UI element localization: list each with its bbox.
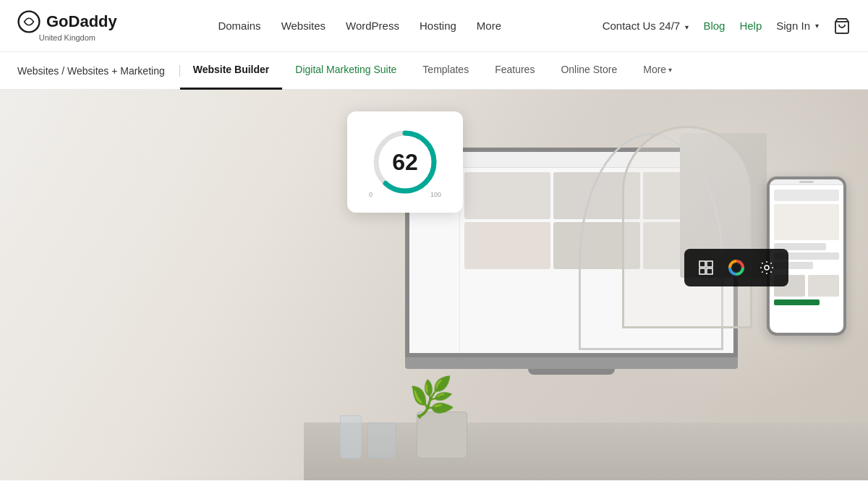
contact-link[interactable]: Contact Us 24/7 ▾: [603, 20, 689, 32]
svg-point-10: [765, 265, 769, 270]
settings-tool-button[interactable]: [754, 255, 780, 281]
score-max: 100: [430, 191, 441, 198]
score-circle: 62 0 100: [369, 126, 441, 198]
arch-frame-decoration: [622, 126, 752, 328]
laptop-base: [405, 357, 738, 369]
main-nav-links: Domains Websites WordPress Hosting More: [218, 20, 501, 32]
nav-link-wordpress[interactable]: WordPress: [346, 20, 399, 32]
score-value: 62: [392, 149, 418, 176]
score-min: 0: [369, 191, 373, 198]
sub-nav-dms[interactable]: Digital Marketing Suite: [282, 52, 409, 90]
signin-chevron: ▾: [815, 22, 819, 30]
sub-navigation: Websites / Websites + Marketing Website …: [0, 52, 868, 90]
region-label: United Kingdom: [39, 33, 95, 42]
sub-nav-website-builder[interactable]: Website Builder: [180, 52, 283, 90]
svg-rect-7: [707, 268, 712, 274]
right-nav-links: Contact Us 24/7 ▾ Blog Help Sign In ▾: [603, 17, 851, 35]
contact-chevron: ▾: [685, 23, 689, 31]
hero-section: GoDaddy Website Builder A brilliant webs…: [0, 90, 868, 480]
brand-name: GoDaddy: [46, 12, 117, 31]
sub-nav-links: Website Builder Digital Marketing Suite …: [180, 52, 685, 90]
godaddy-logo-icon: [17, 10, 41, 33]
nav-link-websites[interactable]: Websites: [281, 20, 326, 32]
gear-icon: [759, 260, 775, 276]
sub-nav-more[interactable]: More ▾: [630, 52, 685, 90]
grid-icon: [698, 260, 714, 276]
svg-point-0: [19, 11, 40, 32]
tools-bar: [684, 249, 788, 286]
svg-rect-4: [699, 261, 705, 267]
blog-link[interactable]: Blog: [703, 20, 725, 32]
cart-icon[interactable]: [833, 17, 851, 35]
sub-nav-templates[interactable]: Templates: [409, 52, 482, 90]
layout-tool-button[interactable]: [693, 255, 719, 281]
sub-nav-online-store[interactable]: Online Store: [548, 52, 630, 90]
plant-decoration: 🌿: [340, 412, 467, 459]
svg-rect-5: [707, 261, 712, 267]
help-link[interactable]: Help: [739, 20, 762, 32]
svg-point-9: [733, 265, 739, 271]
svg-rect-6: [699, 268, 705, 274]
sub-nav-features[interactable]: Features: [482, 52, 548, 90]
breadcrumb: Websites / Websites + Marketing: [17, 65, 180, 77]
logo-area[interactable]: GoDaddy United Kingdom: [17, 10, 117, 42]
top-navigation: GoDaddy United Kingdom Domains Websites …: [0, 0, 868, 52]
colors-tool-button[interactable]: [723, 255, 749, 281]
score-widget: 62 0 100: [347, 111, 463, 213]
nav-link-more[interactable]: More: [477, 20, 501, 32]
nav-link-domains[interactable]: Domains: [218, 20, 260, 32]
hero-right-visual: 62 0 100 f ◎: [304, 90, 868, 480]
color-wheel-icon: [728, 260, 744, 276]
signin-button[interactable]: Sign In ▾: [776, 20, 819, 32]
nav-link-hosting[interactable]: Hosting: [420, 20, 456, 32]
more-chevron: ▾: [668, 66, 672, 74]
logo[interactable]: GoDaddy: [17, 10, 117, 33]
